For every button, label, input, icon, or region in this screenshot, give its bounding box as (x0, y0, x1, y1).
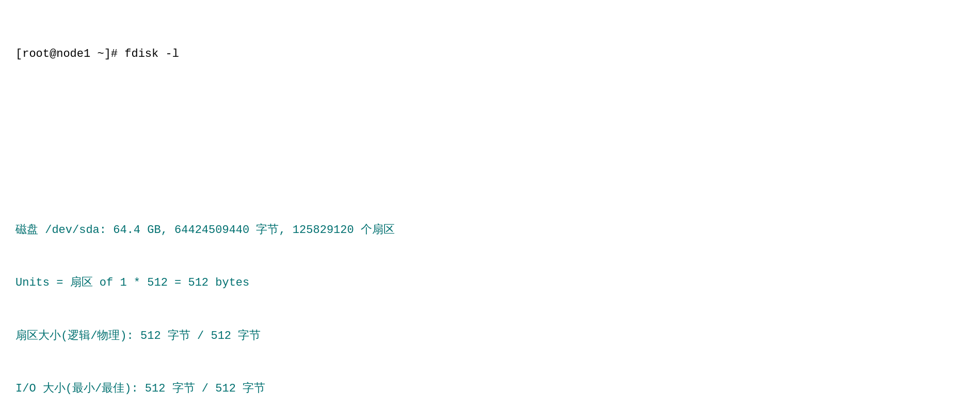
sda-disk-info: 磁盘 /dev/sda: 64.4 GB, 64424509440 字节, 12… (15, 222, 965, 239)
sda-sector-size: 扇区大小(逻辑/物理): 512 字节 / 512 字节 (15, 328, 965, 345)
terminal-output: [root@node1 ~]# fdisk -l 磁盘 /dev/sda: 64… (15, 10, 965, 405)
sda-section: 磁盘 /dev/sda: 64.4 GB, 64424509440 字节, 12… (15, 186, 965, 405)
sda-units: Units = 扇区 of 1 * 512 = 512 bytes (15, 274, 965, 292)
sda-io-size: I/O 大小(最小/最佳): 512 字节 / 512 字节 (15, 380, 965, 398)
command-prompt: [root@node1 ~]# fdisk -l (15, 45, 965, 63)
